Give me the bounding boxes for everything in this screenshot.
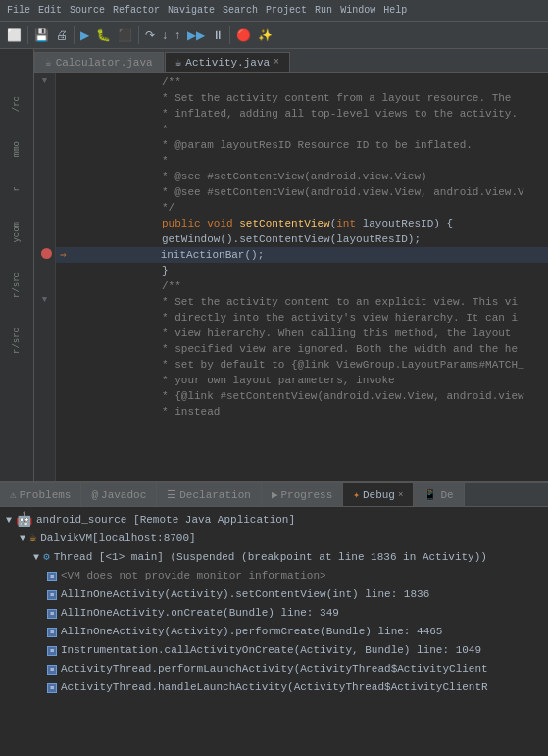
debug-frame-performlaunch[interactable]: ≡ ActivityThread.performLaunchActivity(A… bbox=[6, 660, 542, 679]
code-line-2: * Set the activity content from a layout… bbox=[56, 90, 548, 106]
separator-4 bbox=[229, 26, 230, 44]
tab-declaration[interactable]: ☰ Declaration bbox=[157, 483, 262, 506]
android-app-icon: 🤖 bbox=[16, 512, 32, 529]
debug-content: ▼ 🤖 android_source [Remote Java Applicat… bbox=[0, 507, 548, 756]
gutter-8 bbox=[34, 182, 55, 198]
menu-refactor[interactable]: Refactor bbox=[110, 4, 163, 17]
fold-1[interactable]: ▼ bbox=[34, 73, 55, 88]
icon-toolbar: ⬜ 💾 🖨 ▶ 🐛 ⬛ ↷ ↓ ↑ ▶▶ ⏸ 🔴 ✨ bbox=[0, 22, 548, 49]
tab-activity[interactable]: ☕ Activity.java × bbox=[165, 52, 290, 72]
run-button[interactable]: ▶ bbox=[77, 26, 92, 44]
activity-tab-label: Activity.java bbox=[185, 57, 270, 69]
step-into[interactable]: ↓ bbox=[159, 26, 171, 44]
menu-source[interactable]: Source bbox=[67, 4, 108, 17]
tab-de[interactable]: 📱 De bbox=[414, 483, 464, 506]
frame-label-2: AllInOneActivity.onCreate(Bundle) line: … bbox=[61, 605, 339, 622]
debug-frame-vm[interactable]: ≡ <VM does not provide monitor informati… bbox=[6, 567, 542, 585]
debug-root-item[interactable]: ▼ 🤖 android_source [Remote Java Applicat… bbox=[6, 511, 542, 529]
gutter-16 bbox=[34, 308, 55, 324]
declaration-icon: ☰ bbox=[167, 488, 176, 501]
code-line-21: * your own layout parameters, invoke bbox=[56, 373, 548, 388]
resume[interactable]: ▶▶ bbox=[184, 26, 208, 44]
debug-frame-oncreate[interactable]: ≡ AllInOneActivity.onCreate(Bundle) line… bbox=[6, 604, 542, 623]
problems-icon: ⚠ bbox=[10, 488, 17, 501]
debug-frame-performcreate[interactable]: ≡ AllInOneActivity(Activity).performCrea… bbox=[6, 623, 542, 641]
root-expand-icon: ▼ bbox=[6, 512, 12, 529]
gutter-7 bbox=[34, 167, 55, 182]
menu-help[interactable]: Help bbox=[380, 4, 410, 17]
progress-icon: ▶ bbox=[272, 488, 278, 501]
tab-javadoc[interactable]: @ Javadoc bbox=[81, 483, 157, 506]
menu-run[interactable]: Run bbox=[312, 4, 335, 17]
code-text-21: * your own layout parameters, invoke bbox=[56, 373, 395, 388]
gutter-5 bbox=[34, 135, 55, 151]
menu-search[interactable]: Search bbox=[220, 4, 261, 17]
gutter-23 bbox=[34, 418, 55, 433]
tab-problems[interactable]: ⚠ Problems bbox=[0, 483, 81, 506]
code-line-7: * @see #setContentView(android.view.View… bbox=[56, 169, 548, 184]
menu-bar: File Edit Source Refactor Navigate Searc… bbox=[0, 0, 548, 22]
gutter-13 bbox=[34, 261, 55, 277]
vm-icon: ☕ bbox=[29, 530, 36, 547]
breakpoints-button[interactable]: 🔴 bbox=[233, 26, 254, 44]
menu-file[interactable]: File bbox=[4, 4, 33, 17]
bottom-panel: ⚠ Problems @ Javadoc ☰ Declaration ▶ Pro… bbox=[0, 481, 548, 756]
frame-icon-4: ≡ bbox=[47, 646, 57, 656]
menu-window[interactable]: Window bbox=[337, 4, 378, 17]
frame-label-6: ActivityThread.handleLaunchActivity(Acti… bbox=[61, 680, 488, 696]
separator-1 bbox=[27, 26, 28, 44]
print-button[interactable]: 🖨 bbox=[53, 26, 71, 44]
debug-close-icon[interactable]: × bbox=[398, 490, 403, 500]
save-button[interactable]: 💾 bbox=[31, 26, 52, 44]
code-text-6: * bbox=[56, 153, 169, 169]
javadoc-icon: @ bbox=[91, 489, 98, 501]
new-button[interactable]: ⬜ bbox=[4, 26, 25, 44]
code-text-3: * inflated, adding all top-level views t… bbox=[56, 106, 518, 122]
fold-15[interactable]: ▼ bbox=[34, 292, 55, 308]
stop-button[interactable]: ⬛ bbox=[115, 26, 135, 44]
suspend[interactable]: ⏸ bbox=[209, 26, 226, 44]
menu-project[interactable]: Project bbox=[263, 4, 310, 17]
code-text-16: * Set the activity content to an explici… bbox=[56, 294, 518, 310]
menu-edit[interactable]: Edit bbox=[35, 4, 65, 17]
code-text-15: /** bbox=[56, 278, 181, 294]
gutter-21 bbox=[34, 386, 55, 402]
debug-label: Debug bbox=[363, 489, 395, 501]
debug-button[interactable]: 🐛 bbox=[93, 26, 114, 44]
step-return[interactable]: ↑ bbox=[172, 26, 183, 44]
android-source-label: android_source [Remote Java Application] bbox=[36, 512, 295, 529]
code-text-2: * Set the activity content from a layout… bbox=[56, 90, 511, 106]
code-line-22: * {@link #setContentView(android.view.Vi… bbox=[56, 388, 548, 404]
code-editor[interactable]: /** * Set the activity content from a la… bbox=[56, 73, 548, 481]
frame-icon-5: ≡ bbox=[47, 665, 57, 675]
debug-vm-item[interactable]: ▼ ☕ DalvikVM[localhost:8700] bbox=[6, 529, 542, 548]
activity-tab-close[interactable]: × bbox=[274, 57, 279, 68]
tab-debug[interactable]: ✦ Debug × bbox=[343, 483, 414, 506]
code-line-5: * @param layoutResID Resource ID to be i… bbox=[56, 137, 548, 153]
problems-label: Problems bbox=[20, 489, 72, 501]
separator-2 bbox=[74, 26, 75, 44]
activity-tab-icon: ☕ bbox=[175, 56, 182, 69]
breakpoint-marker[interactable] bbox=[34, 245, 55, 261]
code-text-18: * view hierarchy. When calling this meth… bbox=[56, 326, 511, 341]
step-over[interactable]: ↷ bbox=[142, 26, 158, 44]
gutter-22 bbox=[34, 402, 55, 418]
expressions-button[interactable]: ✨ bbox=[255, 26, 275, 44]
code-line-12: ⇒ initActionBar(); bbox=[56, 247, 548, 263]
gutter-2 bbox=[34, 88, 55, 104]
tab-progress[interactable]: ▶ Progress bbox=[262, 483, 343, 506]
frame-label-3: AllInOneActivity(Activity).performCreate… bbox=[61, 624, 442, 640]
code-line-4: * bbox=[56, 122, 548, 137]
code-line-9: */ bbox=[56, 200, 548, 216]
tab-calculator[interactable]: ☕ Calculator.java bbox=[34, 52, 164, 72]
debug-frame-handlelaunch[interactable]: ≡ ActivityThread.handleLaunchActivity(Ac… bbox=[6, 679, 542, 697]
sidebar-label-rc: /rc bbox=[12, 96, 22, 112]
menu-navigate[interactable]: Navigate bbox=[165, 4, 218, 17]
debug-frame-callactivity[interactable]: ≡ Instrumentation.callActivityOnCreate(A… bbox=[6, 641, 542, 660]
debug-icon: ✦ bbox=[353, 488, 360, 501]
debug-frame-setcontentview[interactable]: ≡ AllInOneActivity(Activity).setContentV… bbox=[6, 585, 542, 604]
sidebar-label-rsrc2: r/src bbox=[12, 328, 22, 354]
debug-thread-item[interactable]: ▼ ⚙ Thread [<1> main] (Suspended (breakp… bbox=[6, 548, 542, 567]
sidebar-label-mmo: mmo bbox=[12, 141, 22, 157]
code-line-8: * @see #setContentView(android.view.View… bbox=[56, 184, 548, 200]
